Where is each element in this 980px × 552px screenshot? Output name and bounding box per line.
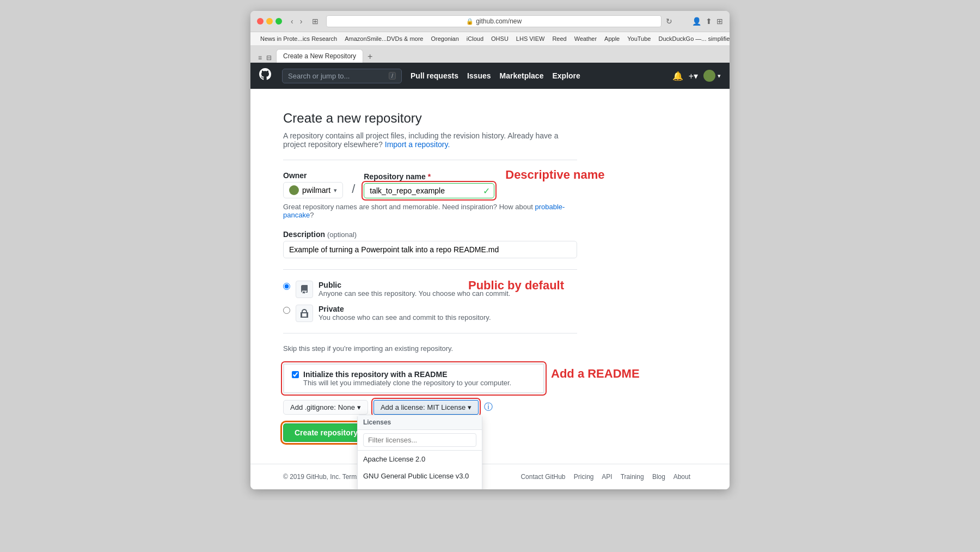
footer-training[interactable]: Training — [621, 473, 644, 481]
readme-content: Initialize this repository with a README… — [303, 370, 511, 387]
info-button[interactable]: ⓘ — [484, 402, 493, 413]
gitignore-button[interactable]: Add .gitignore: None ▾ — [283, 400, 368, 415]
owner-label: Owner — [283, 171, 343, 180]
footer-about[interactable]: About — [673, 473, 690, 481]
share-button[interactable]: ⬆ — [706, 17, 712, 26]
import-link[interactable]: Import a repository. — [385, 140, 450, 149]
bookmark-3[interactable]: Oregonian — [427, 34, 462, 43]
required-marker: * — [428, 172, 431, 181]
lock-icon: 🔒 — [466, 18, 474, 25]
description-label: Description (optional) — [283, 230, 577, 239]
skip-note: Skip this step if you're importing an ex… — [283, 344, 577, 353]
plus-button[interactable]: +▾ — [689, 71, 698, 81]
notifications-button[interactable]: 🔔 — [672, 71, 683, 81]
bookmarks-bar: News in Prote...ics Research AmazonSmile… — [250, 32, 730, 46]
license-item-0[interactable]: Apache License 2.0 — [358, 451, 482, 468]
user-dropdown-arrow: ▾ — [718, 72, 721, 80]
bookmark-1[interactable]: News in Prote...ics Research — [257, 34, 340, 43]
description-input[interactable] — [283, 241, 577, 258]
annotation-public: Public by default — [468, 278, 564, 293]
page-description: A repository contains all project files,… — [283, 131, 577, 149]
private-option: Private You choose who can see and commi… — [283, 305, 577, 322]
license-filter-input[interactable] — [363, 433, 476, 447]
address-bar[interactable]: 🔒 github.com/new — [326, 15, 661, 27]
valid-checkmark: ✓ — [483, 186, 490, 196]
tab-icon-2[interactable]: ⊟ — [265, 53, 273, 63]
bookmark-5[interactable]: OHSU — [488, 34, 512, 43]
bottom-tools-row: Add .gitignore: None ▾ Add a license: MI… — [283, 400, 577, 415]
address-text: github.com/new — [476, 17, 522, 25]
optional-label: (optional) — [327, 230, 357, 239]
license-button[interactable]: Add a license: MIT License ▾ — [373, 400, 479, 415]
public-icon — [296, 281, 313, 298]
bookmark-7[interactable]: Reed — [549, 34, 569, 43]
github-logo[interactable] — [259, 68, 271, 83]
owner-value: pwilmart — [302, 186, 330, 195]
divider-middle — [283, 269, 577, 270]
user-menu[interactable]: ▾ — [703, 70, 721, 82]
private-option-content: Private You choose who can see and commi… — [318, 305, 491, 322]
main-content: Create a new repository A repository con… — [250, 89, 730, 464]
tab-icons: ≡ ⊟ — [257, 53, 273, 63]
repo-name-input[interactable] — [364, 183, 494, 198]
browser-titlebar: ‹ › ⊞ 🔒 github.com/new ↻ 👤 ⬆ ⊞ — [250, 11, 730, 32]
reload-button[interactable]: ↻ — [666, 17, 672, 26]
visibility-group: Public Anyone can see this repository. Y… — [283, 281, 577, 322]
gitignore-label: Add .gitignore: — [290, 403, 336, 411]
private-icon — [296, 305, 313, 322]
bookmark-10[interactable]: YouTube — [624, 34, 654, 43]
github-navbar: Search or jump to... / Pull requests Iss… — [250, 63, 730, 89]
issues-link[interactable]: Issues — [467, 71, 491, 80]
new-tab-button[interactable]: + — [364, 52, 376, 62]
bookmark-11[interactable]: DuckDuckGo —... simplified. — [655, 34, 730, 43]
readme-row: Initialize this repository with a README… — [292, 370, 536, 387]
create-repository-button[interactable]: Create repository — [283, 423, 369, 442]
bookmark-4[interactable]: iCloud — [463, 34, 487, 43]
private-title: Private — [318, 305, 491, 313]
minimize-dot[interactable] — [266, 18, 273, 25]
owner-select[interactable]: pwilmart ▾ — [283, 182, 343, 198]
annotation-descriptive-name: Descriptive name — [505, 168, 604, 182]
explore-link[interactable]: Explore — [552, 71, 580, 80]
private-desc: You choose who can see and commit to thi… — [318, 313, 491, 322]
search-shortcut: / — [389, 72, 396, 80]
repo-name-group: Repository name * ✓ Descriptive name — [364, 172, 494, 198]
nav-buttons: ‹ › — [289, 16, 304, 27]
bookmark-6[interactable]: LHS VIEW — [513, 34, 548, 43]
copyright: © 2019 GitHub, Inc. — [283, 473, 341, 481]
maximize-dot[interactable] — [275, 18, 282, 25]
forward-button[interactable]: › — [298, 16, 305, 27]
license-value: MIT License — [427, 403, 466, 411]
sidebar-toggle-button[interactable]: ⊞ — [309, 16, 322, 27]
readme-checkbox[interactable] — [292, 371, 299, 378]
license-arrow: ▾ — [468, 403, 471, 411]
check-icon: ✓ — [363, 489, 369, 489]
public-radio[interactable] — [283, 283, 290, 290]
bookmark-2[interactable]: AmazonSmile...DVDs & more — [341, 34, 426, 43]
owner-repo-row: Owner pwilmart ▾ / Repository name * — [283, 171, 577, 198]
license-item-2[interactable]: ✓ MIT License — [358, 484, 482, 489]
bookmark-8[interactable]: Weather — [571, 34, 600, 43]
page-title: Create a new repository — [283, 111, 577, 126]
license-item-1[interactable]: GNU General Public License v3.0 — [358, 468, 482, 484]
footer-right: Contact GitHub Pricing API Training Blog… — [520, 473, 697, 481]
bookmark-9[interactable]: Apple — [601, 34, 623, 43]
nav-right: 🔔 +▾ ▾ — [672, 70, 721, 82]
close-dot[interactable] — [257, 18, 264, 25]
footer-pricing[interactable]: Pricing — [574, 473, 594, 481]
back-button[interactable]: ‹ — [289, 16, 296, 27]
slash-divider: / — [352, 182, 355, 198]
footer-blog[interactable]: Blog — [652, 473, 665, 481]
active-tab[interactable]: Create a New Repository — [276, 49, 363, 63]
new-tab-action-button[interactable]: ⊞ — [716, 17, 723, 26]
footer-contact[interactable]: Contact GitHub — [520, 473, 565, 481]
private-radio[interactable] — [283, 307, 290, 314]
owner-dropdown-arrow: ▾ — [334, 187, 337, 194]
search-box[interactable]: Search or jump to... / — [282, 69, 402, 83]
profile-button[interactable]: 👤 — [692, 17, 701, 26]
tab-list-button[interactable]: ≡ — [257, 53, 263, 63]
footer-api[interactable]: API — [602, 473, 612, 481]
pull-requests-link[interactable]: Pull requests — [411, 71, 458, 80]
marketplace-link[interactable]: Marketplace — [500, 71, 544, 80]
license-dropdown: Licenses Apache License 2.0 GNU General … — [357, 415, 482, 489]
